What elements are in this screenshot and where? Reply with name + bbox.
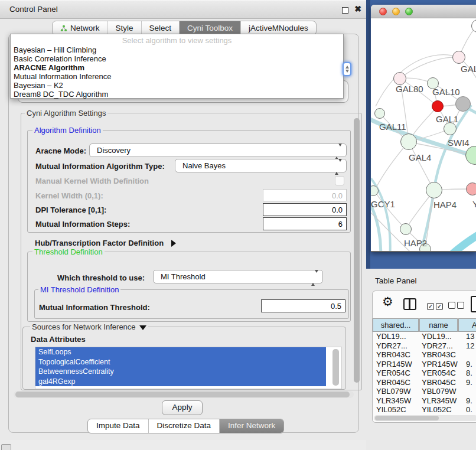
network-node-selected-red[interactable] — [432, 100, 444, 112]
select-all-columns-icon[interactable]: ✓✓ — [427, 300, 445, 311]
table-row[interactable]: YBR043CYBR043C — [373, 350, 476, 360]
table-row[interactable]: YER054CYER054C8. — [373, 369, 476, 378]
data-attributes-label: Data Attributes — [31, 335, 86, 344]
node-label: GAL1 — [436, 114, 458, 124]
column-header[interactable]: name — [419, 318, 458, 332]
table-header-row: shared... name A — [373, 318, 476, 332]
algorithm-select-stepper[interactable] — [343, 62, 351, 76]
network-node-hap4[interactable] — [426, 182, 442, 198]
table-row[interactable]: YDL19...YDL19...13 — [373, 332, 476, 341]
network-node-gal11[interactable] — [374, 108, 385, 119]
network-node-hap2[interactable] — [400, 223, 412, 235]
table-row[interactable]: YIL052CYIL052C0. — [373, 405, 476, 415]
network-node-gal4[interactable] — [400, 133, 417, 150]
list-vertical-scrollbar[interactable] — [332, 349, 339, 386]
table-row[interactable]: YBR045CYBR045C9. — [373, 378, 476, 387]
algorithm-option[interactable]: Mutual Information Inference — [11, 72, 343, 81]
minimize-traffic-light-icon[interactable] — [392, 8, 400, 15]
data-attributes-list[interactable]: SelfLoops TopologicalCoefficient Between… — [35, 347, 342, 389]
gear-icon[interactable]: ⚙ — [382, 295, 393, 309]
tab-jactivemnodules[interactable]: jActiveMNodules — [241, 21, 316, 35]
node-label: HAP4 — [433, 200, 457, 210]
tab-discretize-data[interactable]: Discretize Data — [149, 419, 220, 433]
table-horizontal-scrollbar[interactable] — [374, 415, 476, 421]
network-node[interactable] — [452, 51, 465, 64]
dpi-tolerance-field[interactable]: 0.0 — [263, 203, 347, 216]
zoom-traffic-light-icon[interactable] — [405, 8, 413, 15]
float-window-icon[interactable] — [342, 7, 348, 14]
algorithm-option[interactable]: Basic Correlation Inference — [11, 54, 343, 63]
columns-icon[interactable] — [403, 298, 416, 310]
panel-title: Control Panel — [9, 5, 58, 14]
mi-steps-field[interactable]: 6 — [263, 217, 347, 230]
which-threshold-label: Which threshold to use: — [57, 273, 145, 282]
column-header[interactable]: A — [458, 318, 476, 332]
network-node-gal80[interactable] — [393, 72, 406, 85]
aracne-mode-select[interactable]: Discovery — [89, 144, 347, 157]
expander-down-icon — [139, 325, 146, 330]
apply-button[interactable]: Apply — [162, 400, 203, 415]
tab-impute-data[interactable]: Impute Data — [88, 419, 149, 433]
stepper-icon — [335, 162, 342, 172]
list-item[interactable]: BetweennessCentrality — [35, 367, 326, 377]
algorithm-dropdown-popup: Select algorithm to view settings Bayesi… — [10, 34, 344, 99]
column-header[interactable]: shared... — [373, 318, 419, 332]
hub-definition-expander[interactable]: Hub/Transcription Factor Definition — [35, 237, 176, 248]
hub-definition-label: Hub/Transcription Factor Definition — [35, 239, 164, 247]
tab-network[interactable]: Network — [53, 21, 108, 35]
algorithm-definition-title: Algorithm Definition — [32, 126, 103, 135]
mi-threshold-definition-title: MI Threshold Definition — [38, 285, 120, 294]
settings-horizontal-scrollbar[interactable] — [14, 391, 354, 398]
network-node-pink[interactable] — [466, 182, 476, 195]
kernel-width-field[interactable]: 0.0 — [263, 189, 347, 201]
node-label: HAP2 — [404, 238, 427, 248]
node-label: GAL80 — [396, 84, 423, 94]
group-title: Cyni Algorithm Settings — [25, 109, 107, 118]
mi-algorithm-type-select[interactable]: Naive Bayes — [175, 159, 347, 172]
sources-expander[interactable]: Sources for Network Inference — [30, 322, 148, 331]
algorithm-option[interactable]: Dream8 DC_TDC Algorithm — [11, 90, 343, 99]
network-view-window: GAL GAL80 GAL10 GAL1 GAL11 SWI4 GAL4 GCY… — [371, 5, 476, 252]
mi-threshold-definition-group: MI Threshold Definition Mutual Informati… — [34, 289, 349, 319]
node-label: SWI4 — [448, 138, 470, 148]
expander-right-icon — [171, 240, 176, 247]
network-node-gray[interactable] — [455, 96, 471, 112]
minimized-panel-icon[interactable] — [1, 444, 11, 450]
deselect-all-columns-icon[interactable] — [448, 301, 466, 311]
aracne-mode-label: Aracne Mode: — [35, 146, 86, 155]
list-item[interactable]: SelfLoops — [35, 347, 326, 357]
mi-threshold-label: Mutual Information Threshold: — [39, 303, 150, 312]
table-row[interactable]: YPR145WYPR145W9. — [373, 360, 476, 369]
which-threshold-select[interactable]: MI Threshold — [153, 270, 323, 283]
node-table: shared... name A YDL19...YDL19...13 YDR2… — [373, 318, 476, 415]
algorithm-option[interactable]: Bayesian – K2 — [11, 81, 343, 90]
table-row[interactable]: YBL079WYBL079W — [373, 387, 476, 396]
list-item[interactable]: TopologicalCoefficient — [35, 357, 326, 367]
table-row[interactable]: YDR27...YDR27...12 — [373, 341, 476, 351]
algorithm-option[interactable]: Bayesian – Hill Climbing — [11, 45, 343, 54]
table-row[interactable]: YLR345WYLR345W9. — [373, 396, 476, 406]
table-panel-section: Table Panel ⚙ ✓✓ shared... name A YDL19.… — [366, 269, 476, 450]
document-icon[interactable] — [471, 296, 476, 312]
tab-select[interactable]: Select — [142, 21, 180, 35]
settings-vertical-scrollbar[interactable] — [354, 118, 361, 385]
manual-kernel-width-checkbox[interactable] — [335, 176, 344, 185]
mi-threshold-field[interactable]: 0.5 — [261, 299, 345, 312]
network-node-gal1[interactable] — [444, 122, 457, 135]
close-icon[interactable]: ✖ — [354, 4, 361, 14]
tab-cyni-toolbox[interactable]: Cyni Toolbox — [180, 21, 241, 35]
tab-infer-network[interactable]: Infer Network — [220, 419, 283, 433]
network-icon — [60, 25, 67, 32]
kernel-width-label: Kernel Width (0,1): — [35, 191, 103, 200]
node-label: GCY1 — [371, 199, 395, 209]
control-panel-window: Control Panel ✖ Network Style Select Cyn… — [0, 0, 366, 440]
list-item[interactable]: gal4RGexp — [35, 377, 326, 387]
tab-network-label: Network — [70, 24, 100, 32]
node-label: GAL10 — [432, 87, 460, 97]
tab-style[interactable]: Style — [108, 21, 142, 35]
network-canvas[interactable]: GAL GAL80 GAL10 GAL1 GAL11 SWI4 GAL4 GCY… — [371, 18, 476, 251]
close-traffic-light-icon[interactable] — [379, 8, 387, 15]
threshold-definition-title: Threshold Definition — [32, 247, 105, 256]
algorithm-option-selected[interactable]: ARACNE Algorithm — [11, 63, 343, 72]
table-body[interactable]: YDL19...YDL19...13 YDR27...YDR27...12 YB… — [373, 332, 476, 415]
